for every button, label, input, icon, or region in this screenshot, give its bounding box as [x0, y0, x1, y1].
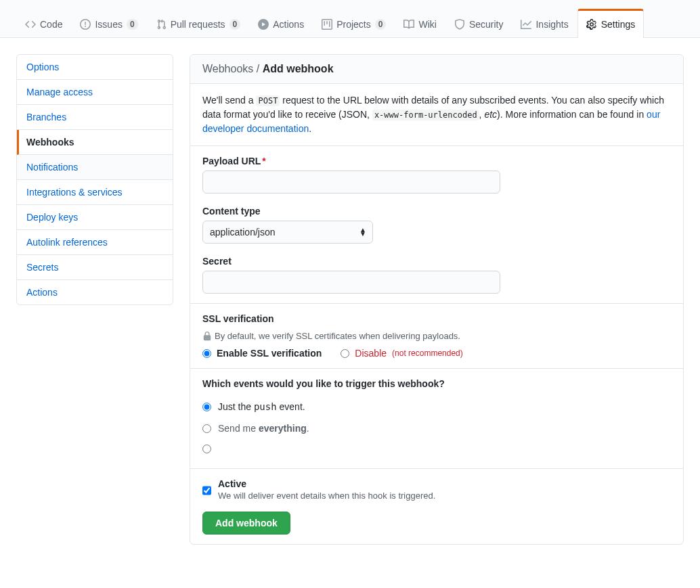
- tab-projects-label: Projects: [336, 19, 371, 30]
- tab-actions[interactable]: Actions: [249, 9, 313, 38]
- pull-request-icon: [156, 19, 167, 30]
- tab-code[interactable]: Code: [16, 9, 71, 38]
- events-individual-radio[interactable]: [202, 445, 211, 453]
- events-push-radio[interactable]: [202, 403, 211, 411]
- events-everything-radio[interactable]: [202, 424, 211, 433]
- ssl-disable-option[interactable]: Disable (not recommended): [341, 348, 462, 359]
- tab-projects[interactable]: Projects 0: [313, 9, 395, 38]
- tab-insights[interactable]: Insights: [512, 9, 577, 38]
- repo-tabs: Code Issues 0 Pull requests 0 Actions Pr…: [0, 0, 700, 38]
- issues-count: 0: [127, 19, 138, 30]
- active-title: Active: [218, 478, 435, 489]
- intro-text: We'll send a POST request to the URL bel…: [202, 93, 671, 136]
- events-push-option[interactable]: Just the push event.: [202, 396, 671, 417]
- sidebar-item-manage-access[interactable]: Manage access: [17, 80, 173, 105]
- tab-issues[interactable]: Issues 0: [71, 9, 146, 38]
- box-header: Webhooks / Add webhook: [190, 55, 683, 84]
- tab-actions-label: Actions: [273, 19, 304, 30]
- sidebar-item-actions[interactable]: Actions: [17, 280, 173, 304]
- project-icon: [322, 19, 332, 30]
- payload-url-input[interactable]: [202, 171, 500, 194]
- ssl-note: By default, we verify SSL certificates w…: [215, 331, 460, 341]
- sidebar-item-autolink[interactable]: Autolink references: [17, 230, 173, 255]
- lock-icon: [202, 332, 212, 341]
- ssl-heading: SSL verification: [202, 313, 274, 324]
- play-icon: [258, 19, 269, 30]
- graph-icon: [521, 19, 531, 30]
- tab-security[interactable]: Security: [445, 9, 512, 38]
- gear-icon: [586, 19, 597, 30]
- secret-input[interactable]: [202, 271, 500, 294]
- ssl-disable-radio[interactable]: [341, 349, 349, 358]
- tab-pulls[interactable]: Pull requests 0: [147, 9, 250, 38]
- tab-security-label: Security: [469, 19, 504, 30]
- sidebar-item-notifications[interactable]: Notifications: [17, 155, 173, 180]
- add-webhook-button[interactable]: Add webhook: [202, 512, 290, 535]
- issue-icon: [80, 19, 91, 30]
- ssl-enable-radio[interactable]: [202, 349, 211, 358]
- tab-insights-label: Insights: [535, 19, 568, 30]
- sidebar-item-integrations[interactable]: Integrations & services: [17, 180, 173, 205]
- main-content: Webhooks / Add webhook We'll send a POST…: [190, 54, 684, 545]
- breadcrumb-parent: Webhooks: [202, 63, 253, 74]
- events-heading: Which events would you like to trigger t…: [202, 378, 445, 389]
- tab-code-label: Code: [40, 19, 62, 30]
- code-icon: [25, 19, 36, 30]
- sidebar-item-secrets[interactable]: Secrets: [17, 255, 173, 280]
- projects-count: 0: [375, 19, 387, 30]
- content-type-select[interactable]: application/json: [202, 221, 373, 244]
- secret-label: Secret: [202, 256, 232, 267]
- tab-settings[interactable]: Settings: [577, 9, 644, 38]
- events-everything-option[interactable]: Send me everything.: [202, 417, 671, 439]
- pulls-count: 0: [229, 19, 241, 30]
- active-sub: We will deliver event details when this …: [218, 491, 435, 501]
- book-icon: [403, 19, 414, 30]
- sidebar-item-webhooks[interactable]: Webhooks: [17, 130, 173, 155]
- tab-issues-label: Issues: [95, 19, 122, 30]
- shield-icon: [454, 19, 465, 30]
- tab-wiki-label: Wiki: [418, 19, 436, 30]
- ssl-enable-option[interactable]: Enable SSL verification: [202, 348, 322, 359]
- active-checkbox[interactable]: [202, 480, 211, 501]
- content-type-label: Content type: [202, 206, 261, 217]
- sidebar-item-deploy-keys[interactable]: Deploy keys: [17, 205, 173, 230]
- tab-settings-label: Settings: [601, 19, 636, 30]
- sidebar-item-branches[interactable]: Branches: [17, 105, 173, 130]
- settings-sidebar: Options Manage access Branches Webhooks …: [16, 54, 173, 545]
- tab-pulls-label: Pull requests: [171, 19, 225, 30]
- tab-wiki[interactable]: Wiki: [395, 9, 445, 38]
- events-individual-option: [202, 439, 671, 459]
- breadcrumb-current: Add webhook: [263, 63, 334, 74]
- payload-url-label: Payload URL*: [202, 156, 266, 166]
- sidebar-item-options[interactable]: Options: [17, 55, 173, 80]
